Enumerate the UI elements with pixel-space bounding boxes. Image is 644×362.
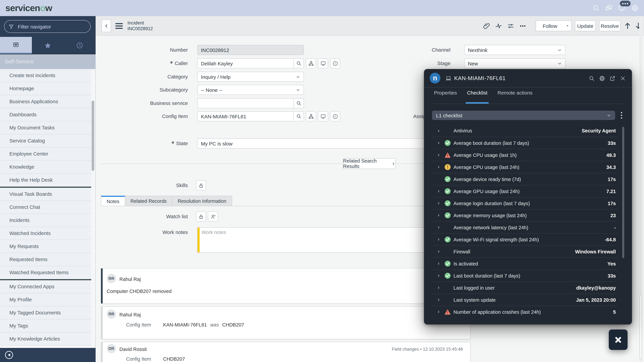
chevron-right-icon[interactable] bbox=[437, 274, 440, 278]
checklist-row-last-logged-in-user[interactable]: Last logged in userdkayley@kanopy bbox=[432, 282, 617, 294]
tab-favorites[interactable] bbox=[32, 37, 64, 54]
chevron-right-icon[interactable] bbox=[437, 286, 440, 290]
checklist-row-last-system-update[interactable]: Last system updateJan 5, 2023 20:00 bbox=[432, 294, 617, 306]
chat-icon[interactable] bbox=[605, 4, 612, 12]
sidebar-item-homepage[interactable]: Homepage bbox=[0, 82, 91, 95]
previous-record-icon[interactable] bbox=[624, 22, 632, 30]
state-input[interactable] bbox=[198, 141, 432, 146]
checklist-kebab-menu-icon[interactable] bbox=[619, 111, 624, 120]
checklist-row-average-device-ready-time-7d[interactable]: Average device ready time (7d)17s bbox=[432, 173, 617, 185]
personalize-form-icon[interactable] bbox=[507, 22, 514, 29]
business-service-field[interactable] bbox=[197, 98, 304, 108]
gear-icon[interactable] bbox=[631, 4, 639, 12]
sidebar-item-dashboards[interactable]: Dashboards bbox=[0, 108, 91, 121]
checklist-row-firewall[interactable]: FirewallWindows Firewall bbox=[432, 245, 617, 257]
sidebar-item-create-test-incidents[interactable]: Create test incidents bbox=[0, 69, 91, 82]
checklist-row-average-wi-fi-signal-strength-last-24h[interactable]: Average Wi-Fi signal strength (last 24h)… bbox=[432, 233, 617, 245]
checklist-row-antivirus[interactable]: AntivirusSecurity Agent bbox=[432, 125, 617, 137]
chevron-right-icon[interactable] bbox=[437, 153, 440, 157]
sidebar-item-my-document-tasks[interactable]: My Document Tasks bbox=[0, 121, 91, 134]
sidebar-item-my-knowledge-articles[interactable]: My Knowledge Articles bbox=[0, 333, 91, 346]
business-service-lookup-button[interactable] bbox=[294, 98, 304, 108]
close-overlay-button[interactable] bbox=[609, 330, 628, 350]
sidebar-scrollbar[interactable] bbox=[92, 100, 94, 171]
checklist-row-average-cpu-usage-last-24h[interactable]: Average CPU usage (last 24h)34.3 bbox=[432, 161, 617, 173]
tab-all-applications[interactable] bbox=[0, 37, 32, 54]
chevron-right-icon[interactable] bbox=[437, 250, 440, 253]
chevron-right-icon[interactable] bbox=[437, 141, 440, 145]
watch-list-add-person-button[interactable] bbox=[208, 212, 218, 222]
watch-list-lock-button[interactable] bbox=[196, 212, 206, 222]
related-search-results-button[interactable]: Related Search Results bbox=[343, 158, 396, 169]
tab-history[interactable] bbox=[64, 37, 96, 54]
checklist-row-is-activated[interactable]: Is activatedYes bbox=[432, 257, 617, 270]
search-icon[interactable] bbox=[592, 4, 600, 12]
checklist-row-average-boot-duration-last-7-days[interactable]: Average boot duration (last 7 days)33s bbox=[432, 137, 617, 149]
chevron-right-icon[interactable] bbox=[437, 129, 440, 133]
chevron-right-icon[interactable] bbox=[437, 226, 440, 229]
config-item-hierarchy-button[interactable] bbox=[306, 111, 316, 121]
search-icon[interactable] bbox=[589, 75, 595, 81]
sidebar-item-my-tags[interactable]: My Tags bbox=[0, 320, 91, 333]
nexthink-tab-remote-actions[interactable]: Remote actions bbox=[498, 90, 532, 104]
sidebar-item-service-catalog[interactable]: Service Catalog bbox=[0, 134, 91, 147]
caller-device-button[interactable] bbox=[318, 58, 328, 68]
account-menu-icon[interactable] bbox=[618, 4, 626, 12]
sidebar-item-employee-center[interactable]: Employee Center bbox=[0, 147, 91, 161]
caller-field[interactable] bbox=[197, 58, 304, 68]
update-button[interactable]: Update bbox=[575, 20, 596, 31]
attachment-icon[interactable] bbox=[483, 22, 490, 29]
state-field[interactable] bbox=[197, 138, 433, 148]
collapse-sidebar-icon[interactable] bbox=[5, 351, 14, 359]
activity-stream-icon[interactable] bbox=[495, 22, 502, 29]
sidebar-item-visual-task-boards[interactable]: Visual Task Boards bbox=[0, 188, 91, 201]
sidebar-section-self-service[interactable]: Self-Service bbox=[0, 54, 96, 69]
chevron-right-icon[interactable] bbox=[437, 262, 440, 266]
sidebar-item-incidents[interactable]: Incidents bbox=[0, 214, 91, 227]
config-item-field[interactable] bbox=[197, 111, 304, 121]
checklist-row-average-gpu-usage-last-24h[interactable]: Average GPU usage (last 24h)7.21 bbox=[432, 185, 617, 197]
caller-info-button[interactable] bbox=[330, 58, 340, 68]
sidebar-item-my-profile[interactable]: My Profile bbox=[0, 293, 91, 306]
caller-hierarchy-button[interactable] bbox=[306, 58, 316, 68]
sidebar-item-my-tagged-documents[interactable]: My Tagged Documents bbox=[0, 306, 91, 320]
sidebar-item-requested-items[interactable]: Requested Items bbox=[0, 253, 91, 266]
channel-select[interactable]: Nexthink bbox=[464, 45, 566, 55]
tab-related-records[interactable]: Related Records bbox=[125, 196, 172, 206]
sidebar-item-my-connected-apps[interactable]: My Connected Apps bbox=[0, 280, 91, 293]
config-item-lookup-button[interactable] bbox=[294, 112, 304, 121]
chevron-right-icon[interactable] bbox=[437, 238, 440, 241]
gear-icon[interactable] bbox=[599, 75, 605, 81]
checklist-row-average-login-duration-last-7-days[interactable]: Average login duration (last 7 days)17s bbox=[432, 197, 617, 209]
checklist-selector[interactable]: L1 checklist bbox=[432, 111, 615, 120]
checklist-row-average-cpu-usage-last-1h[interactable]: Average CPU usage (last 1h)49.3 bbox=[432, 149, 617, 161]
business-service-input[interactable] bbox=[198, 100, 294, 106]
number-input[interactable] bbox=[198, 47, 304, 53]
more-options-icon[interactable] bbox=[519, 22, 526, 29]
checklist-row-average-network-latency-last-24h[interactable]: Average network latency (last 24h)- bbox=[432, 221, 617, 233]
follow-dropdown-button[interactable] bbox=[564, 20, 572, 31]
config-item-info-button[interactable] bbox=[330, 111, 340, 121]
config-item-device-button[interactable] bbox=[318, 111, 328, 121]
checklist-scrollbar[interactable] bbox=[622, 127, 624, 258]
checklist-row-number-of-application-crashes-last-24h[interactable]: Number of application crashes (last 24h)… bbox=[432, 306, 617, 318]
number-field[interactable] bbox=[197, 45, 304, 55]
filter-navigator-field[interactable] bbox=[4, 20, 90, 33]
back-button[interactable] bbox=[102, 19, 111, 32]
nexthink-tab-properties[interactable]: Properties bbox=[434, 90, 457, 104]
resolve-button[interactable]: Resolve bbox=[599, 20, 620, 31]
chevron-right-icon[interactable] bbox=[437, 201, 440, 205]
popout-icon[interactable] bbox=[610, 75, 616, 81]
caller-input[interactable] bbox=[198, 60, 294, 66]
sidebar-item-connect-chat[interactable]: Connect Chat bbox=[0, 201, 91, 214]
checklist-row-last-boot-duration-last-7-days[interactable]: Last boot duration (last 7 days)33s bbox=[432, 270, 617, 282]
chevron-right-icon[interactable] bbox=[437, 189, 440, 193]
sidebar-item-business-applications[interactable]: Business Applications bbox=[0, 95, 91, 108]
chevron-right-icon[interactable] bbox=[437, 214, 440, 217]
config-item-input[interactable] bbox=[198, 113, 294, 119]
skills-lock-button[interactable] bbox=[196, 180, 206, 190]
category-select[interactable]: Inquiry / Help bbox=[197, 72, 304, 82]
sidebar-item-watched-incidents[interactable]: Watched Incidents bbox=[0, 227, 91, 240]
close-icon[interactable] bbox=[620, 75, 626, 81]
tab-notes[interactable]: Notes bbox=[101, 196, 125, 206]
